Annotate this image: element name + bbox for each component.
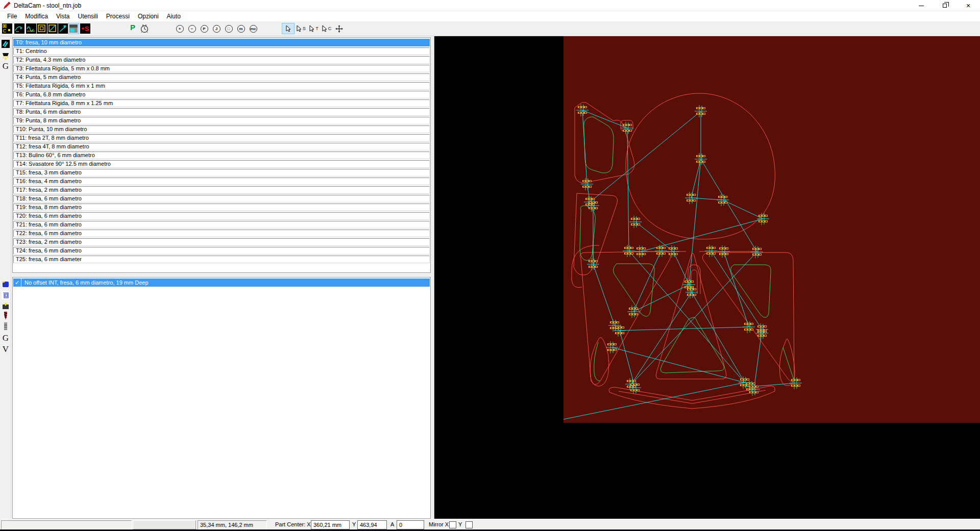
- cam-viewport[interactable]: [434, 36, 980, 519]
- zoom-out-icon[interactable]: −: [186, 23, 198, 34]
- zoom-toolbar: +−PJ□mmc: [174, 23, 259, 34]
- tool-row[interactable]: T13: Bulino 60°, 6 mm diametro: [13, 151, 430, 159]
- tool-list-panel: T0: fresa, 10 mm diametroT1: CentrinoT2:…: [12, 37, 431, 273]
- menu-item-opzioni[interactable]: Opzioni: [134, 12, 163, 21]
- zoom-in-icon-glyph: +: [176, 25, 184, 33]
- lightning-icon[interactable]: [1, 39, 10, 48]
- tool-row[interactable]: T10: Punta, 10 mm diametro: [13, 125, 430, 133]
- material-area[interactable]: [564, 36, 980, 423]
- job-icon[interactable]: [2, 23, 13, 34]
- menu-item-vista[interactable]: Vista: [52, 12, 74, 21]
- tool-row[interactable]: T9: Punta, 8 mm diametro: [13, 117, 430, 124]
- status-message-box: [1, 520, 132, 529]
- material-view-toggle-icon[interactable]: [68, 23, 79, 34]
- tool-row[interactable]: T3: Filettatura Rigida, 5 mm x 0.8 mm: [13, 65, 430, 72]
- tool-row[interactable]: T14: Svasatore 90° 12.5 mm diametro: [13, 160, 430, 168]
- stopwatch-icon[interactable]: [139, 23, 150, 34]
- restore-button[interactable]: [933, 0, 957, 11]
- mirror-x-checkbox[interactable]: [449, 521, 456, 528]
- process-p-button[interactable]: P: [128, 23, 138, 34]
- tap-bit-icon[interactable]: [1, 322, 10, 331]
- tool-row[interactable]: T2: Punta, 4.3 mm diametro: [13, 56, 430, 64]
- tool-row[interactable]: T15: fresa, 3 mm diametro: [13, 169, 430, 176]
- tool-row[interactable]: T11: fresa 2T, 8 mm diametro: [13, 134, 430, 142]
- tool-row[interactable]: T7: Filettatura Rigida, 8 mm x 1.25 mm: [13, 99, 430, 107]
- cam-canvas[interactable]: [564, 36, 979, 423]
- tool-row[interactable]: T20: fresa, 6 mm diametro: [13, 212, 430, 220]
- left-rail: G G V: [0, 36, 11, 519]
- cursor-position: 35,34 mm, 146,2 mm: [198, 520, 267, 529]
- left-column: T0: fresa, 10 mm diametroT1: CentrinoT2:…: [11, 36, 432, 519]
- tool-row[interactable]: T5: Filettatura Rigida, 6 mm x 1 mm: [13, 82, 430, 90]
- import-curve-icon[interactable]: [14, 23, 25, 34]
- menu-item-aiuto[interactable]: Aiuto: [163, 12, 185, 21]
- gcode-g-button[interactable]: G: [1, 62, 10, 71]
- frame-diagonal-icon[interactable]: [47, 23, 58, 34]
- tool-row[interactable]: T4: Punta, 5 mm diametro: [13, 73, 430, 81]
- window-title: DeltaCam - stool_ntn.job: [14, 2, 81, 9]
- minimize-button[interactable]: [910, 0, 933, 11]
- close-button[interactable]: ×: [957, 0, 980, 11]
- pan-move-icon[interactable]: [333, 23, 346, 34]
- simulation-icon[interactable]: S: [80, 23, 91, 34]
- zoom-in-icon[interactable]: +: [174, 23, 186, 34]
- tool-row[interactable]: T12: fresa 4T, 8 mm diametro: [13, 143, 430, 150]
- drill-bit-icon[interactable]: [1, 311, 10, 320]
- tool-row[interactable]: T17: fresa, 2 mm diametro: [13, 186, 430, 194]
- tool-row[interactable]: T18: fresa, 6 mm diametro: [13, 195, 430, 203]
- engrave-spark-icon[interactable]: [1, 301, 10, 310]
- process-row-label: No offset INT, fresa, 6 mm diametro, 19 …: [21, 279, 149, 287]
- part-center-label: Part Center: X: [275, 520, 311, 529]
- tool-row[interactable]: T22: fresa, 6 mm diametro: [13, 230, 430, 237]
- minimize-icon: [919, 6, 924, 6]
- tool-row[interactable]: T21: fresa, 6 mm diametro: [13, 221, 430, 229]
- zoom-part-icon-glyph: P: [201, 25, 208, 33]
- zoom-machine-icon-glyph: mc: [250, 25, 257, 33]
- main-area: G G V T0: fresa, 10 mm diametroT1: Centr…: [0, 36, 980, 519]
- mirror-y-checkbox[interactable]: [465, 521, 473, 528]
- zoom-job-icon-glyph: J: [213, 25, 220, 33]
- select-cursor-icon[interactable]: [282, 23, 295, 34]
- drill-markers: [576, 104, 802, 396]
- tool-row[interactable]: T6: Punta, 6.8 mm diametro: [13, 91, 430, 98]
- tool-row[interactable]: T0: fresa, 10 mm diametro: [13, 39, 430, 46]
- zoom-machine-icon[interactable]: mc: [247, 23, 259, 34]
- menu-item-modifica[interactable]: Modifica: [21, 12, 52, 21]
- tool-row[interactable]: T23: fresa, 2 mm diametro: [13, 238, 430, 246]
- tool-row[interactable]: T8: Punta, 6 mm diametro: [13, 108, 430, 116]
- deltacam-window: { "window": { "title": "DeltaCam - stool…: [0, 0, 980, 531]
- menu-item-processi[interactable]: Processi: [102, 12, 134, 21]
- part-center-x-field[interactable]: 360,21 mm: [311, 520, 350, 529]
- profile-wave-icon[interactable]: [26, 23, 37, 34]
- lamp-icon[interactable]: [1, 52, 10, 61]
- tool-row[interactable]: T19: fresa, 8 mm diametro: [13, 204, 430, 211]
- menu-item-utensili[interactable]: Utensili: [74, 12, 102, 21]
- tool-row[interactable]: T16: fresa, 4 mm diametro: [13, 178, 430, 185]
- part-center-y-field[interactable]: 463,94 mm: [357, 520, 387, 529]
- view-v-button[interactable]: V: [1, 345, 10, 354]
- status-progress-box: [133, 520, 196, 529]
- select-shape-icon[interactable]: S: [295, 23, 307, 34]
- menu-bar: FileModificaVistaUtensiliProcessiOpzioni…: [0, 11, 980, 21]
- zoom-window-icon-glyph: □: [225, 25, 233, 33]
- toolpath-red-outlines: [572, 93, 795, 409]
- select-contour-icon[interactable]: C: [320, 23, 333, 34]
- zoom-job-icon[interactable]: J: [210, 23, 223, 34]
- mirror-y-label: Y: [458, 520, 462, 529]
- select-toolbar: STC: [282, 23, 346, 34]
- rotation-field[interactable]: 0 degrees: [397, 520, 424, 529]
- tool-row[interactable]: T24: fresa, 6 mm diametro: [13, 247, 430, 255]
- menu-item-file[interactable]: File: [3, 12, 21, 21]
- zoom-material-icon[interactable]: m: [235, 23, 247, 34]
- process-row[interactable]: ✓No offset INT, fresa, 6 mm diametro, 19…: [13, 279, 430, 287]
- frame-icon[interactable]: [36, 23, 47, 34]
- arrow-draw-icon[interactable]: [58, 23, 69, 34]
- gcode-g-button-lower[interactable]: G: [1, 334, 10, 343]
- tool-row[interactable]: T25: fresa, 6 mm diameter: [13, 256, 430, 263]
- spiral-icon[interactable]: [1, 291, 10, 300]
- zoom-part-icon[interactable]: P: [198, 23, 210, 34]
- select-tool-icon[interactable]: T: [307, 23, 320, 34]
- tool-row[interactable]: T1: Centrino: [13, 47, 430, 55]
- zoom-window-icon[interactable]: □: [223, 23, 235, 34]
- pocket-icon[interactable]: [1, 280, 10, 289]
